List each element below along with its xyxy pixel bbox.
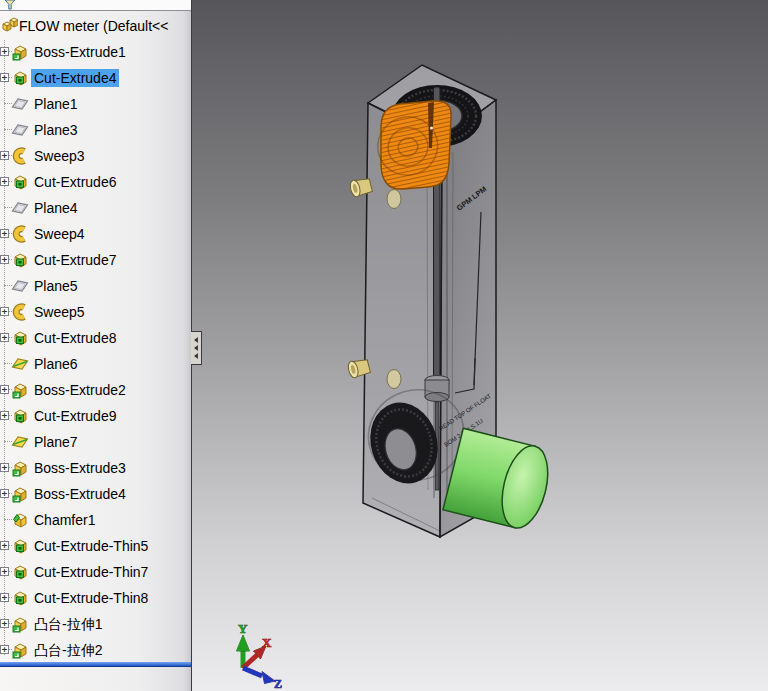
expand-toggle-icon[interactable]: + <box>0 567 9 576</box>
feature-tree: FLOW meter (Default<< + Boss-Extrude1+ C… <box>0 13 191 663</box>
expand-toggle-icon[interactable]: + <box>0 645 9 654</box>
tree-item[interactable]: Plane3 <box>0 117 191 143</box>
sweep-icon <box>11 303 29 321</box>
tree-item-label: Cut-Extrude4 <box>31 69 119 87</box>
collapse-arrow-icon <box>194 345 198 351</box>
tree-item-label: Boss-Extrude2 <box>31 381 129 399</box>
expand-toggle-icon[interactable]: + <box>0 151 9 160</box>
tree-item-label: Sweep5 <box>31 303 88 321</box>
plane-icon <box>11 199 29 217</box>
expand-toggle-icon[interactable]: + <box>0 541 9 550</box>
tree-item[interactable]: + Boss-Extrude1 <box>0 39 191 65</box>
tree-item[interactable]: + Cut-Extrude4 <box>0 65 191 91</box>
plane-gold-icon <box>11 433 29 451</box>
feature-manager-panel[interactable]: FLOW meter (Default<< + Boss-Extrude1+ C… <box>0 0 192 691</box>
sweep-icon <box>11 147 29 165</box>
tree-item[interactable]: + 凸台-拉伸2 <box>0 637 191 663</box>
tree-item[interactable]: Chamfer1 <box>0 507 191 533</box>
tree-root-item[interactable]: FLOW meter (Default<< <box>0 13 191 39</box>
tree-item[interactable]: + Cut-Extrude-Thin8 <box>0 585 191 611</box>
tree-item[interactable]: + Cut-Extrude6 <box>0 169 191 195</box>
tree-item-label: Cut-Extrude-Thin8 <box>31 589 151 607</box>
plane-icon <box>11 121 29 139</box>
tree-item-label: Plane3 <box>31 121 81 139</box>
plane-icon <box>11 95 29 113</box>
cut-extrude-icon <box>11 251 29 269</box>
tree-item-label: Boss-Extrude3 <box>31 459 129 477</box>
tree-item-label: Chamfer1 <box>31 511 98 529</box>
tree-item[interactable]: + Boss-Extrude3 <box>0 455 191 481</box>
tree-item-label: Cut-Extrude8 <box>31 329 119 347</box>
tree-item-label: Cut-Extrude6 <box>31 173 119 191</box>
boss-extrude-icon <box>11 43 29 61</box>
chamfer-icon <box>11 511 29 529</box>
expand-toggle-icon[interactable]: + <box>0 489 9 498</box>
rollback-bar[interactable] <box>0 662 191 667</box>
tree-item[interactable]: + Cut-Extrude9 <box>0 403 191 429</box>
tree-item[interactable]: + Sweep4 <box>0 221 191 247</box>
tree-item-label: Sweep3 <box>31 147 88 165</box>
graphics-viewport[interactable] <box>191 0 768 691</box>
expand-toggle-icon[interactable]: + <box>0 593 9 602</box>
expand-toggle-icon[interactable]: + <box>0 463 9 472</box>
tree-item-label: Cut-Extrude-Thin7 <box>31 563 151 581</box>
tree-item-label: 凸台-拉伸2 <box>31 641 105 659</box>
part-icon <box>2 17 18 33</box>
tree-item-label: Plane6 <box>31 355 81 373</box>
tree-item[interactable]: Plane1 <box>0 91 191 117</box>
tree-item-label: Boss-Extrude4 <box>31 485 129 503</box>
tree-item-label: Plane1 <box>31 95 81 113</box>
cut-extrude-icon <box>11 537 29 555</box>
tree-item-label: Cut-Extrude7 <box>31 251 119 269</box>
tree-item[interactable]: Plane5 <box>0 273 191 299</box>
tree-item[interactable]: + Cut-Extrude8 <box>0 325 191 351</box>
tree-item-label: Plane4 <box>31 199 81 217</box>
cut-extrude-icon <box>11 563 29 581</box>
tree-item[interactable]: + Cut-Extrude-Thin7 <box>0 559 191 585</box>
expand-toggle-icon[interactable]: + <box>0 385 9 394</box>
cut-extrude-icon <box>11 589 29 607</box>
tree-item[interactable]: + Boss-Extrude2 <box>0 377 191 403</box>
expand-toggle-icon[interactable]: + <box>0 255 9 264</box>
cut-extrude-icon <box>11 69 29 87</box>
tree-item[interactable]: + Sweep3 <box>0 143 191 169</box>
sweep-icon <box>11 225 29 243</box>
tree-item[interactable]: + 凸台-拉伸1 <box>0 611 191 637</box>
tree-item-label: Boss-Extrude1 <box>31 43 129 61</box>
tree-filter-bar[interactable] <box>0 0 191 11</box>
tree-root-label: FLOW meter (Default<< <box>16 17 171 35</box>
collapse-arrow-icon <box>194 353 198 359</box>
expand-toggle-icon[interactable]: + <box>0 229 9 238</box>
tree-item[interactable]: Plane6 <box>0 351 191 377</box>
tree-item[interactable]: Plane7 <box>0 429 191 455</box>
tree-item-label: Cut-Extrude9 <box>31 407 119 425</box>
tree-item[interactable]: + Cut-Extrude-Thin5 <box>0 533 191 559</box>
panel-splitter-handle[interactable] <box>191 331 202 365</box>
plane-gold-icon <box>11 355 29 373</box>
funnel-icon <box>4 0 16 10</box>
plane-icon <box>11 277 29 295</box>
tree-item[interactable]: + Cut-Extrude7 <box>0 247 191 273</box>
boss-extrude-icon <box>11 381 29 399</box>
tree-item[interactable]: + Sweep5 <box>0 299 191 325</box>
tree-item[interactable]: Plane4 <box>0 195 191 221</box>
cut-extrude-icon <box>11 173 29 191</box>
tree-item-label: Plane5 <box>31 277 81 295</box>
expand-toggle-icon[interactable]: + <box>0 333 9 342</box>
expand-toggle-icon[interactable]: + <box>0 47 9 56</box>
boss-extrude-icon <box>11 459 29 477</box>
boss-extrude-icon <box>11 641 29 659</box>
cut-extrude-icon <box>11 407 29 425</box>
expand-toggle-icon[interactable]: + <box>0 177 9 186</box>
boss-extrude-icon <box>11 485 29 503</box>
collapse-arrow-icon <box>194 337 198 343</box>
expand-toggle-icon[interactable]: + <box>0 73 9 82</box>
tree-item[interactable]: + Boss-Extrude4 <box>0 481 191 507</box>
expand-toggle-icon[interactable]: + <box>0 411 9 420</box>
tree-item-label: 凸台-拉伸1 <box>31 615 105 633</box>
tree-item-label: Sweep4 <box>31 225 88 243</box>
boss-extrude-icon <box>11 615 29 633</box>
expand-toggle-icon[interactable]: + <box>0 619 9 628</box>
tree-item-label: Cut-Extrude-Thin5 <box>31 537 151 555</box>
expand-toggle-icon[interactable]: + <box>0 307 9 316</box>
